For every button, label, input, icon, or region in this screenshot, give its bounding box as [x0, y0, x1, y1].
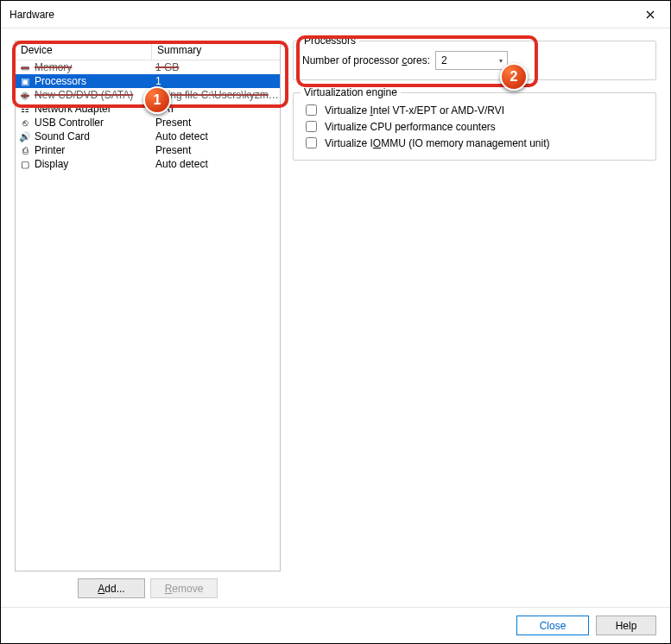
sound-icon: 🔊: [19, 130, 31, 142]
column-summary[interactable]: Summary: [152, 41, 280, 60]
virt-perf-label: Virtualize CPU performance counters: [325, 121, 496, 133]
device-pane: Device Summary ▭Memory 1 GB ▣Processors …: [15, 41, 281, 607]
cd-icon: ◉: [19, 89, 31, 101]
virtualization-legend: Virtualization engine: [301, 86, 401, 98]
column-device[interactable]: Device: [16, 41, 152, 60]
network-icon: ☷: [19, 103, 31, 115]
device-row-cdrom[interactable]: ◉New CD/DVD (SATA) Using file C:\Users\k…: [16, 88, 280, 102]
device-listbox[interactable]: Device Summary ▭Memory 1 GB ▣Processors …: [15, 41, 281, 571]
device-row-network[interactable]: ☷Network Adapter NAT: [16, 102, 280, 116]
window-title: Hardware: [9, 9, 54, 21]
virt-perf-row[interactable]: Virtualize CPU performance counters: [302, 118, 647, 135]
virt-vtx-row[interactable]: Virtualize Intel VT-x/EPT or AMD-V/RVI: [302, 102, 647, 118]
virt-iommu-row[interactable]: Virtualize IOMMU (IO memory management u…: [302, 135, 647, 151]
dialog-buttons: Close Help: [1, 607, 670, 643]
display-icon: ▢: [19, 158, 31, 170]
add-button[interactable]: AAdd...dd...: [78, 578, 145, 598]
close-icon[interactable]: [630, 1, 670, 28]
help-button[interactable]: Help: [596, 616, 656, 635]
hardware-dialog: Hardware Device Summary ▭Memory 1 GB ▣Pr…: [0, 0, 671, 644]
device-buttons: AAdd...dd... Remove: [15, 571, 281, 607]
device-row-memory[interactable]: ▭Memory 1 GB: [16, 60, 280, 74]
printer-icon: ⎙: [19, 144, 31, 156]
cores-select[interactable]: [435, 51, 508, 70]
virt-perf-checkbox[interactable]: [306, 121, 317, 132]
virt-vtx-label: Virtualize Intel VT-x/EPT or AMD-V/RVI: [325, 104, 504, 117]
device-list-body: ▭Memory 1 GB ▣Processors 1 ◉New CD/DVD (…: [16, 60, 280, 571]
content-area: Device Summary ▭Memory 1 GB ▣Processors …: [1, 28, 670, 607]
virt-iommu-label: Virtualize IOMMU (IO memory management u…: [325, 137, 550, 149]
memory-icon: ▭: [19, 61, 31, 73]
cpu-icon: ▣: [19, 75, 31, 87]
close-button[interactable]: Close: [516, 616, 589, 635]
virt-vtx-checkbox[interactable]: [306, 104, 317, 116]
device-row-usb[interactable]: ⎋USB Controller Present: [16, 116, 280, 129]
device-list-header: Device Summary: [16, 41, 280, 60]
device-row-sound[interactable]: 🔊Sound Card Auto detect: [16, 129, 280, 143]
usb-icon: ⎋: [19, 117, 31, 129]
processors-group: Processors Number of processor cores: ▾: [293, 41, 656, 80]
device-row-processors[interactable]: ▣Processors 1: [16, 74, 280, 88]
cores-label: Number of processor cores:: [302, 54, 430, 66]
remove-button: Remove: [150, 578, 218, 598]
virt-iommu-checkbox[interactable]: [306, 137, 317, 148]
device-row-printer[interactable]: ⎙Printer Present: [16, 143, 280, 157]
device-row-display[interactable]: ▢Display Auto detect: [16, 157, 280, 171]
titlebar: Hardware: [1, 1, 670, 28]
settings-pane: Processors Number of processor cores: ▾ …: [293, 41, 656, 607]
virtualization-group: Virtualization engine Virtualize Intel V…: [293, 92, 656, 161]
processors-legend: Processors: [301, 35, 359, 47]
